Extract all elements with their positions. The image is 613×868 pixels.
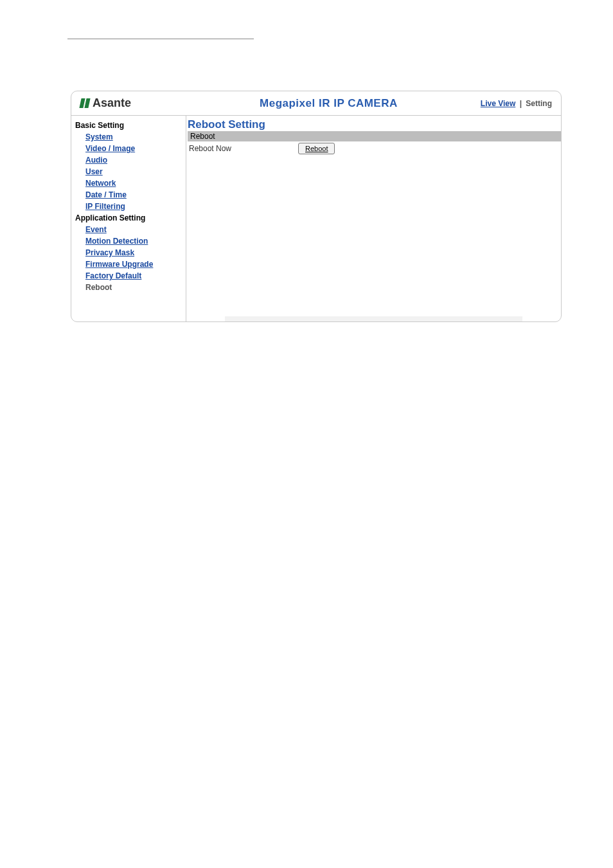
reboot-now-label: Reboot Now	[189, 144, 298, 153]
sidebar-item-network[interactable]: Network	[85, 179, 116, 188]
sidebar-item-event[interactable]: Event	[85, 225, 107, 234]
sidebar-item-video-image[interactable]: Video / Image	[85, 144, 135, 153]
live-view-link[interactable]: Live View	[481, 99, 515, 108]
sidebar-item-motion-detection[interactable]: Motion Detection	[85, 237, 148, 246]
sidebar-item-firmware-upgrade[interactable]: Firmware Upgrade	[85, 260, 153, 269]
page-title: Reboot Setting	[188, 118, 561, 131]
top-rule	[67, 39, 254, 39]
sidebar-item-system[interactable]: System	[85, 132, 113, 141]
application-setting-heading: Application Setting	[75, 213, 184, 222]
section-bar-reboot: Reboot	[188, 131, 561, 141]
settings-panel: Asante Megapixel IR IP CAMERA Live View …	[71, 91, 562, 322]
sidebar-nav: Basic Setting System Video / Image Audio…	[71, 116, 186, 321]
panel-body: Basic Setting System Video / Image Audio…	[71, 116, 561, 321]
sidebar-item-factory-default[interactable]: Factory Default	[85, 271, 141, 280]
link-separator: |	[520, 99, 522, 108]
sidebar-item-audio[interactable]: Audio	[85, 156, 107, 165]
reboot-row: Reboot Now Reboot	[186, 141, 561, 154]
sidebar-item-date-time[interactable]: Date / Time	[85, 190, 127, 199]
bottom-shade	[225, 316, 522, 321]
top-links: Live View | Setting	[481, 99, 552, 108]
sidebar-item-user[interactable]: User	[85, 167, 103, 176]
logo-mark-icon	[80, 98, 90, 108]
logo-text: Asante	[93, 96, 131, 110]
brand-logo: Asante	[80, 96, 177, 110]
setting-link-active: Setting	[526, 99, 552, 108]
sidebar-item-reboot[interactable]: Reboot	[85, 283, 184, 292]
sidebar-item-privacy-mask[interactable]: Privacy Mask	[85, 248, 134, 257]
reboot-button[interactable]: Reboot	[298, 143, 335, 154]
content-area: Reboot Setting Reboot Reboot Now Reboot	[186, 116, 561, 321]
panel-header: Asante Megapixel IR IP CAMERA Live View …	[71, 91, 561, 116]
basic-setting-heading: Basic Setting	[75, 121, 184, 130]
product-title: Megapixel IR IP CAMERA	[177, 97, 481, 110]
sidebar-item-ip-filtering[interactable]: IP Filtering	[85, 202, 125, 211]
